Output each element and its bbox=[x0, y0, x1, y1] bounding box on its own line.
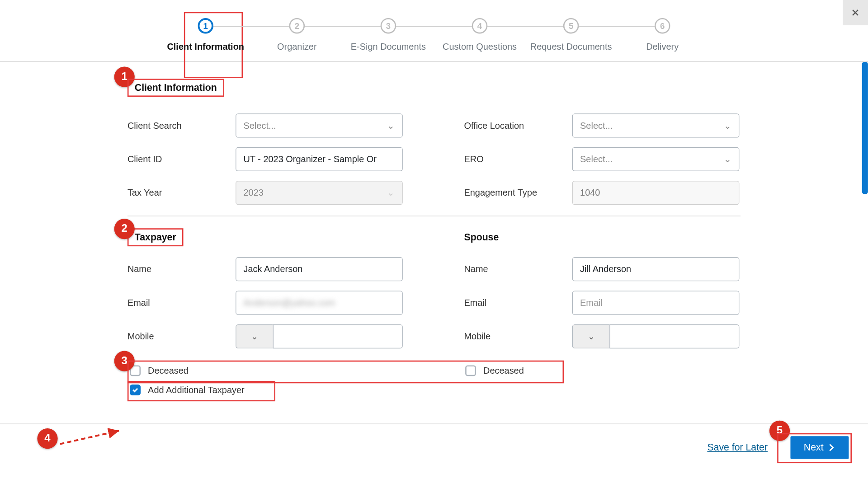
footer: 5 Save for Later Next bbox=[0, 424, 868, 471]
spouse-deceased-label: Deceased bbox=[483, 365, 524, 375]
taxpayer-mobile-label: Mobile bbox=[127, 331, 236, 342]
taxpayer-deceased-label: Deceased bbox=[148, 365, 189, 375]
chevron-down-icon: ⌄ bbox=[724, 120, 731, 131]
step-label: Delivery bbox=[646, 41, 679, 52]
engagement-type-input bbox=[572, 181, 740, 205]
add-additional-taxpayer-checkbox[interactable] bbox=[130, 384, 141, 395]
taxpayer-name-label: Name bbox=[127, 264, 236, 274]
select-placeholder: Select... bbox=[243, 120, 276, 131]
step-label: Organizer bbox=[277, 41, 317, 52]
main-content: 1 Client Information Client Search Selec… bbox=[0, 61, 868, 423]
step-label: E-Sign Documents bbox=[351, 41, 426, 52]
engagement-type-label: Engagement Type bbox=[464, 188, 572, 198]
ero-select[interactable]: Select... ⌄ bbox=[572, 147, 740, 171]
taxpayer-name-input[interactable] bbox=[236, 257, 403, 281]
office-location-label: Office Location bbox=[464, 120, 572, 131]
select-placeholder: Select... bbox=[580, 154, 613, 164]
spouse-email-label: Email bbox=[464, 297, 572, 308]
step-delivery[interactable]: 6 Delivery bbox=[617, 18, 708, 52]
step-number: 2 bbox=[289, 18, 305, 34]
step-number: 4 bbox=[472, 18, 488, 34]
select-value: 2023 bbox=[243, 188, 263, 198]
stepper: 1 Client Information 2 Organizer 3 E-Sig… bbox=[0, 0, 868, 61]
section-title-client-info: Client Information bbox=[135, 82, 217, 92]
client-search-select[interactable]: Select... ⌄ bbox=[236, 113, 403, 137]
spouse-name-input[interactable] bbox=[572, 257, 740, 281]
scrollbar[interactable] bbox=[862, 61, 868, 194]
step-number: 1 bbox=[198, 18, 213, 34]
client-id-label: Client ID bbox=[127, 154, 236, 164]
office-location-select[interactable]: Select... ⌄ bbox=[572, 113, 740, 137]
ero-label: ERO bbox=[464, 154, 572, 164]
chevron-down-icon: ⌄ bbox=[588, 331, 595, 341]
step-client-information[interactable]: 1 Client Information bbox=[160, 18, 251, 52]
spouse-email-input[interactable] bbox=[572, 291, 740, 314]
spouse-mobile-countrycode[interactable]: ⌄ bbox=[572, 324, 609, 348]
next-button-label: Next bbox=[804, 442, 824, 453]
step-organizer[interactable]: 2 Organizer bbox=[251, 18, 343, 52]
step-esign[interactable]: 3 E-Sign Documents bbox=[343, 18, 434, 52]
taxpayer-deceased-checkbox[interactable] bbox=[130, 365, 141, 376]
taxpayer-mobile-input[interactable] bbox=[273, 324, 403, 348]
spouse-name-label: Name bbox=[464, 264, 572, 274]
taxpayer-mobile-countrycode[interactable]: ⌄ bbox=[236, 324, 273, 348]
section-title-spouse: Spouse bbox=[464, 232, 499, 243]
chevron-down-icon: ⌄ bbox=[251, 331, 258, 341]
step-number: 3 bbox=[381, 18, 396, 34]
client-id-input[interactable] bbox=[236, 147, 403, 171]
spouse-mobile-input[interactable] bbox=[609, 324, 739, 348]
client-search-label: Client Search bbox=[127, 120, 236, 131]
step-label: Client Information bbox=[167, 41, 244, 52]
select-placeholder: Select... bbox=[580, 120, 613, 131]
section-divider bbox=[127, 216, 741, 216]
spouse-deceased-checkbox[interactable] bbox=[465, 365, 476, 376]
chevron-down-icon: ⌄ bbox=[387, 187, 395, 198]
step-number: 5 bbox=[563, 18, 579, 34]
next-button[interactable]: Next bbox=[791, 436, 849, 459]
taxpayer-email-input[interactable]: Anderson@yahoo.com bbox=[236, 291, 403, 314]
obscured-email: Anderson@yahoo.com bbox=[243, 297, 335, 308]
step-request-documents[interactable]: 5 Request Documents bbox=[525, 18, 617, 52]
chevron-down-icon: ⌄ bbox=[387, 120, 395, 131]
add-additional-taxpayer-label: Add Additional Taxpayer bbox=[148, 385, 245, 395]
chevron-right-icon bbox=[827, 443, 836, 452]
chevron-down-icon: ⌄ bbox=[724, 154, 731, 164]
step-label: Custom Questions bbox=[443, 41, 517, 52]
spouse-mobile-label: Mobile bbox=[464, 331, 572, 342]
step-label: Request Documents bbox=[530, 41, 612, 52]
step-number: 6 bbox=[655, 18, 670, 34]
check-icon bbox=[132, 386, 139, 393]
section-title-taxpayer: Taxpayer bbox=[135, 232, 176, 242]
tax-year-select: 2023 ⌄ bbox=[236, 181, 403, 205]
tax-year-label: Tax Year bbox=[127, 188, 236, 198]
save-for-later-link[interactable]: Save for Later bbox=[707, 442, 768, 453]
taxpayer-email-label: Email bbox=[127, 297, 236, 308]
step-custom-questions[interactable]: 4 Custom Questions bbox=[434, 18, 525, 52]
